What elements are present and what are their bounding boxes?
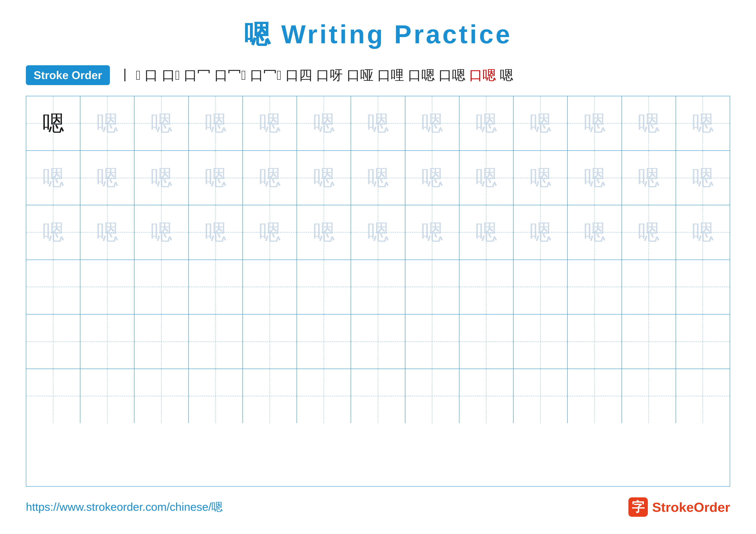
grid-cell-3-10[interactable]: 嗯 xyxy=(514,205,568,259)
grid-cell-1-11[interactable]: 嗯 xyxy=(568,96,622,150)
char-light: 嗯 xyxy=(421,167,443,189)
stroke-15: 嗯 xyxy=(500,66,513,84)
stroke-4: 口𠃍 xyxy=(162,66,180,84)
stroke-13: 口嗯 xyxy=(439,66,465,84)
grid-cell-5-5[interactable] xyxy=(243,315,297,369)
grid-cell-6-3[interactable] xyxy=(134,369,189,423)
grid-cell-1-10[interactable]: 嗯 xyxy=(514,96,568,150)
grid-cell-3-2[interactable]: 嗯 xyxy=(80,205,134,259)
char-light: 嗯 xyxy=(367,167,389,189)
grid-cell-6-4[interactable] xyxy=(189,369,243,423)
grid-cell-6-12[interactable] xyxy=(622,369,676,423)
grid-cell-5-7[interactable] xyxy=(351,315,405,369)
grid-cell-5-8[interactable] xyxy=(405,315,459,369)
grid-cell-1-1[interactable]: 嗯 xyxy=(26,96,80,150)
grid-cell-3-8[interactable]: 嗯 xyxy=(405,205,459,259)
grid-cell-3-3[interactable]: 嗯 xyxy=(134,205,189,259)
grid-cell-4-4[interactable] xyxy=(189,260,243,314)
footer-url[interactable]: https://www.strokeorder.com/chinese/嗯 xyxy=(26,499,223,515)
grid-cell-2-12[interactable]: 嗯 xyxy=(622,151,676,205)
grid-cell-4-11[interactable] xyxy=(568,260,622,314)
grid-cell-4-8[interactable] xyxy=(405,260,459,314)
grid-cell-5-4[interactable] xyxy=(189,315,243,369)
page-title: 嗯 Writing Practice xyxy=(244,17,512,52)
stroke-9: 口呀 xyxy=(316,66,343,84)
grid-cell-2-6[interactable]: 嗯 xyxy=(297,151,351,205)
stroke-5: 口冖 xyxy=(184,66,210,84)
stroke-8: 口四 xyxy=(285,66,312,84)
grid-cell-3-13[interactable]: 嗯 xyxy=(676,205,730,259)
grid-cell-1-13[interactable]: 嗯 xyxy=(676,96,730,150)
char-light: 嗯 xyxy=(475,222,497,243)
grid-cell-2-11[interactable]: 嗯 xyxy=(568,151,622,205)
grid-cell-3-12[interactable]: 嗯 xyxy=(622,205,676,259)
char-light: 嗯 xyxy=(205,113,226,134)
grid-cell-4-1[interactable] xyxy=(26,260,80,314)
grid-cell-1-7[interactable]: 嗯 xyxy=(351,96,405,150)
char-light: 嗯 xyxy=(584,222,606,243)
grid-cell-1-9[interactable]: 嗯 xyxy=(459,96,514,150)
grid-cell-6-6[interactable] xyxy=(297,369,351,423)
grid-cell-5-1[interactable] xyxy=(26,315,80,369)
grid-cell-1-6[interactable]: 嗯 xyxy=(297,96,351,150)
grid-cell-2-3[interactable]: 嗯 xyxy=(134,151,189,205)
grid-cell-6-10[interactable] xyxy=(514,369,568,423)
grid-cell-3-1[interactable]: 嗯 xyxy=(26,205,80,259)
grid-cell-4-10[interactable] xyxy=(514,260,568,314)
logo-icon: 字 xyxy=(629,497,648,517)
grid-cell-4-6[interactable] xyxy=(297,260,351,314)
char-light: 嗯 xyxy=(205,222,226,243)
grid-cell-1-3[interactable]: 嗯 xyxy=(134,96,189,150)
logo-text: StrokeOrder xyxy=(652,499,730,515)
grid-cell-4-2[interactable] xyxy=(80,260,134,314)
grid-cell-4-3[interactable] xyxy=(134,260,189,314)
grid-cell-2-7[interactable]: 嗯 xyxy=(351,151,405,205)
grid-cell-5-6[interactable] xyxy=(297,315,351,369)
grid-cell-5-13[interactable] xyxy=(676,315,730,369)
char-light: 嗯 xyxy=(205,167,226,189)
grid-cell-5-2[interactable] xyxy=(80,315,134,369)
grid-cell-6-7[interactable] xyxy=(351,369,405,423)
char-light: 嗯 xyxy=(313,167,335,189)
grid-cell-6-13[interactable] xyxy=(676,369,730,423)
grid-cell-5-11[interactable] xyxy=(568,315,622,369)
grid-cell-4-13[interactable] xyxy=(676,260,730,314)
grid-cell-2-13[interactable]: 嗯 xyxy=(676,151,730,205)
grid-cell-1-12[interactable]: 嗯 xyxy=(622,96,676,150)
grid-cell-2-9[interactable]: 嗯 xyxy=(459,151,514,205)
grid-cell-2-10[interactable]: 嗯 xyxy=(514,151,568,205)
grid-cell-6-8[interactable] xyxy=(405,369,459,423)
grid-cell-1-4[interactable]: 嗯 xyxy=(189,96,243,150)
char-light: 嗯 xyxy=(421,113,443,134)
grid-cell-2-2[interactable]: 嗯 xyxy=(80,151,134,205)
grid-cell-6-2[interactable] xyxy=(80,369,134,423)
grid-cell-5-12[interactable] xyxy=(622,315,676,369)
grid-cell-3-4[interactable]: 嗯 xyxy=(189,205,243,259)
grid-cell-1-5[interactable]: 嗯 xyxy=(243,96,297,150)
grid-cell-5-3[interactable] xyxy=(134,315,189,369)
grid-cell-4-5[interactable] xyxy=(243,260,297,314)
grid-cell-3-11[interactable]: 嗯 xyxy=(568,205,622,259)
grid-cell-2-1[interactable]: 嗯 xyxy=(26,151,80,205)
grid-cell-6-1[interactable] xyxy=(26,369,80,423)
grid-cell-6-9[interactable] xyxy=(459,369,514,423)
char-light: 嗯 xyxy=(313,222,335,243)
grid-cell-1-2[interactable]: 嗯 xyxy=(80,96,134,150)
grid-cell-2-4[interactable]: 嗯 xyxy=(189,151,243,205)
grid-cell-4-12[interactable] xyxy=(622,260,676,314)
grid-cell-5-10[interactable] xyxy=(514,315,568,369)
grid-cell-4-9[interactable] xyxy=(459,260,514,314)
grid-cell-6-5[interactable] xyxy=(243,369,297,423)
grid-cell-5-9[interactable] xyxy=(459,315,514,369)
grid-cell-3-9[interactable]: 嗯 xyxy=(459,205,514,259)
char-light: 嗯 xyxy=(530,113,551,134)
grid-cell-6-11[interactable] xyxy=(568,369,622,423)
grid-cell-2-8[interactable]: 嗯 xyxy=(405,151,459,205)
grid-cell-3-6[interactable]: 嗯 xyxy=(297,205,351,259)
stroke-11: 口哩 xyxy=(377,66,404,84)
grid-cell-1-8[interactable]: 嗯 xyxy=(405,96,459,150)
grid-cell-2-5[interactable]: 嗯 xyxy=(243,151,297,205)
grid-cell-4-7[interactable] xyxy=(351,260,405,314)
grid-cell-3-5[interactable]: 嗯 xyxy=(243,205,297,259)
grid-cell-3-7[interactable]: 嗯 xyxy=(351,205,405,259)
